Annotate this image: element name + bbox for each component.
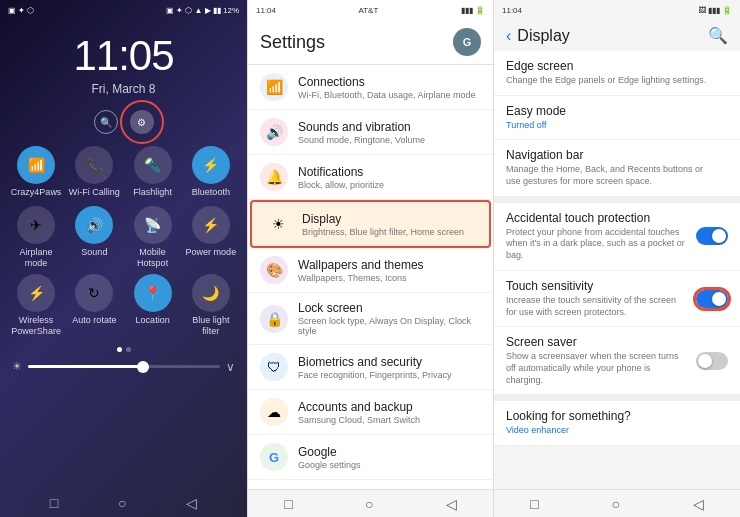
settings-title: Settings — [260, 32, 325, 53]
status-time-2: 11:04 — [256, 6, 276, 15]
accidental-touch-toggle[interactable] — [696, 227, 728, 245]
display-settings-panel: 11:04 🖼 ▮▮▮ 🔋 ‹ Display 🔍 Edge screen Ch… — [494, 0, 740, 517]
touch-sensitivity-title: Touch sensitivity — [506, 279, 688, 293]
edge-screen-text: Edge screen Change the Edge panels or Ed… — [506, 59, 720, 87]
settings-item-google[interactable]: G Google Google settings — [248, 435, 493, 480]
brightness-thumb[interactable] — [137, 361, 149, 373]
chevron-down-icon[interactable]: ∨ — [226, 360, 235, 374]
flashlight-label: Flashlight — [133, 187, 172, 198]
settings-item-wallpapers[interactable]: 🎨 Wallpapers and themes Wallpapers, Them… — [248, 248, 493, 293]
settings-item-accounts[interactable]: ☁ Accounts and backup Samsung Cloud, Sma… — [248, 390, 493, 435]
nav-bar-1: □ ○ ◁ — [0, 489, 247, 517]
sounds-icon: 🔊 — [260, 118, 288, 146]
hotspot-icon: 📡 — [134, 206, 172, 244]
settings-avatar[interactable]: G — [453, 28, 481, 56]
status-time-3: 11:04 — [502, 6, 522, 15]
quick-icon-sound[interactable]: 🔊 Sound — [68, 206, 120, 269]
search-icon-circle[interactable]: 🔍 — [94, 110, 118, 134]
accounts-icon: ☁ — [260, 398, 288, 426]
accidental-touch-knob — [712, 229, 726, 243]
flashlight-icon: 🔦 — [134, 146, 172, 184]
nav-recent-btn-3[interactable]: □ — [530, 496, 538, 512]
settings-item-display[interactable]: ☀ Display Brightness, Blue light filter,… — [250, 200, 491, 248]
quick-icon-hotspot[interactable]: 📡 Mobile Hotspot — [127, 206, 179, 269]
quick-icon-bluetooth[interactable]: ⚡ Bluetooth — [185, 146, 237, 198]
back-arrow-icon[interactable]: ‹ — [506, 27, 511, 45]
display-item-looking[interactable]: Looking for something? Video enhancer — [494, 401, 740, 446]
accounts-content: Accounts and backup Samsung Cloud, Smart… — [298, 400, 481, 425]
sound-label: Sound — [81, 247, 107, 258]
dot-2 — [126, 347, 131, 352]
wallpapers-icon: 🎨 — [260, 256, 288, 284]
accounts-name: Accounts and backup — [298, 400, 481, 414]
display-item-touch-sensitivity[interactable]: Touch sensitivity Increase the touch sen… — [494, 271, 740, 327]
settings-item-sounds[interactable]: 🔊 Sounds and vibration Sound mode, Ringt… — [248, 110, 493, 155]
looking-title: Looking for something? — [506, 409, 720, 423]
display-name: Display — [302, 212, 477, 226]
clock-date: Fri, March 8 — [0, 82, 247, 96]
settings-item-notifications[interactable]: 🔔 Notifications Block, allow, prioritize — [248, 155, 493, 200]
notifications-sub: Block, allow, prioritize — [298, 180, 481, 190]
brightness-bar[interactable]: ☀ ∨ — [0, 356, 247, 378]
settings-item-connections[interactable]: 📶 Connections Wi-Fi, Bluetooth, Data usa… — [248, 65, 493, 110]
quick-icon-wifi-calling[interactable]: 📞 Wi-Fi Calling — [68, 146, 120, 198]
nav-back-btn-2[interactable]: ◁ — [446, 496, 457, 512]
accounts-sub: Samsung Cloud, Smart Switch — [298, 415, 481, 425]
quick-icon-flashlight[interactable]: 🔦 Flashlight — [127, 146, 179, 198]
nav-home-btn-3[interactable]: ○ — [612, 496, 620, 512]
touch-sensitivity-knob — [712, 292, 726, 306]
clock-time: 11:05 — [0, 32, 247, 80]
accidental-touch-sub: Protect your phone from accidental touch… — [506, 227, 688, 262]
quick-icon-bluelight[interactable]: 🌙 Blue light filter — [185, 274, 237, 337]
connections-icon: 📶 — [260, 73, 288, 101]
nav-home-btn-2[interactable]: ○ — [365, 496, 373, 512]
hotspot-label: Mobile Hotspot — [127, 247, 179, 269]
touch-sensitivity-toggle[interactable] — [696, 290, 728, 308]
status-icons-3: 🖼 ▮▮▮ 🔋 — [698, 6, 732, 15]
brightness-track[interactable] — [28, 365, 220, 368]
display-item-easy-mode[interactable]: Easy mode Turned off — [494, 96, 740, 141]
google-icon: G — [260, 443, 288, 471]
settings-item-lockscreen[interactable]: 🔒 Lock screen Screen lock type, Always O… — [248, 293, 493, 345]
screen-saver-toggle[interactable] — [696, 352, 728, 370]
google-content: Google Google settings — [298, 445, 481, 470]
status-carrier-2: AT&T — [358, 6, 378, 15]
status-icons-left: ▣ ✦ ⬡ — [8, 6, 34, 15]
biometrics-icon: 🛡 — [260, 353, 288, 381]
display-back-btn[interactable]: ‹ Display — [506, 27, 570, 45]
quick-icon-location[interactable]: 📍 Location — [127, 274, 179, 337]
display-item-edge-screen[interactable]: Edge screen Change the Edge panels or Ed… — [494, 51, 740, 96]
quick-icon-wireless[interactable]: ⚡ Wireless PowerShare — [10, 274, 62, 337]
nav-back-btn[interactable]: ◁ — [186, 495, 197, 511]
quick-icon-airplane[interactable]: ✈ Airplane mode — [10, 206, 62, 269]
touch-sensitivity-sub: Increase the touch sensitivity of the sc… — [506, 295, 688, 318]
brightness-min-icon: ☀ — [12, 360, 22, 373]
quick-icon-autorotate[interactable]: ↻ Auto rotate — [68, 274, 120, 337]
nav-back-btn-3[interactable]: ◁ — [693, 496, 704, 512]
display-item-screen-saver[interactable]: Screen saver Show a screensaver when the… — [494, 327, 740, 395]
display-sub: Brightness, Blue light filter, Home scre… — [302, 227, 477, 237]
display-settings-list: Edge screen Change the Edge panels or Ed… — [494, 51, 740, 489]
nav-recent-btn-2[interactable]: □ — [284, 496, 292, 512]
nav-recent-btn[interactable]: □ — [50, 495, 58, 511]
looking-text: Looking for something? Video enhancer — [506, 409, 720, 437]
power-label: Power mode — [186, 247, 237, 258]
nav-home-btn[interactable]: ○ — [118, 495, 126, 511]
autorotate-icon: ↻ — [75, 274, 113, 312]
connections-sub: Wi-Fi, Bluetooth, Data usage, Airplane m… — [298, 90, 481, 100]
quick-icon-crazypaws[interactable]: 📶 Crazy4Paws — [10, 146, 62, 198]
display-search-icon[interactable]: 🔍 — [708, 26, 728, 45]
lockscreen-name: Lock screen — [298, 301, 481, 315]
status-icons-right: ▣ ✦ ⬡ ▲ ▶ ▮▮ 12% — [166, 6, 239, 15]
settings-item-biometrics[interactable]: 🛡 Biometrics and security Face recogniti… — [248, 345, 493, 390]
display-header: ‹ Display 🔍 — [494, 20, 740, 51]
settings-icon-circle[interactable]: ⚙ — [130, 110, 154, 134]
display-item-nav-bar[interactable]: Navigation bar Manage the Home, Back, an… — [494, 140, 740, 196]
nav-bar-sub: Manage the Home, Back, and Recents butto… — [506, 164, 720, 187]
location-icon: 📍 — [134, 274, 172, 312]
quick-icon-power[interactable]: ⚡ Power mode — [185, 206, 237, 269]
wallpapers-sub: Wallpapers, Themes, Icons — [298, 273, 481, 283]
airplane-icon: ✈ — [17, 206, 55, 244]
status-bar-3: 11:04 🖼 ▮▮▮ 🔋 — [494, 0, 740, 20]
display-item-accidental-touch[interactable]: Accidental touch protection Protect your… — [494, 203, 740, 271]
